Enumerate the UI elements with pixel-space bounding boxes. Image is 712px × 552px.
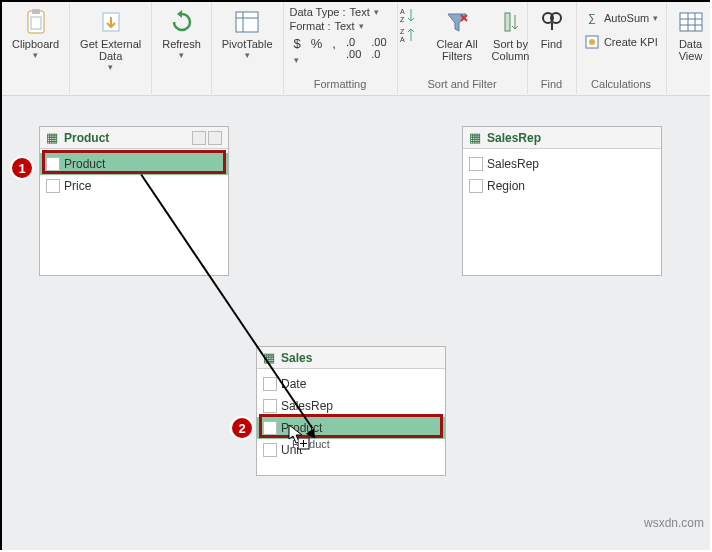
data-type-label: Data Type : (290, 6, 346, 18)
svg-rect-19 (680, 13, 702, 31)
clear-filters-label: Clear All Filters (437, 38, 478, 62)
column-icon (469, 157, 483, 171)
data-type-value: Text (350, 6, 370, 18)
table-header[interactable]: ▦ SalesRep (463, 127, 661, 149)
table-body: Product Price (40, 149, 228, 201)
pivottable-icon (233, 8, 261, 36)
table-title: Sales (281, 351, 439, 365)
decrease-decimal-button[interactable]: .00.0 (371, 36, 386, 66)
step-badge-1: 1 (10, 156, 34, 180)
kpi-icon (584, 34, 600, 50)
refresh-icon (168, 8, 196, 36)
dropdown-icon: ▾ (33, 50, 38, 60)
step-badge-2: 2 (230, 416, 254, 440)
field-unit[interactable]: Unit (257, 439, 445, 461)
watermark: wsxdn.com (644, 516, 704, 530)
refresh-button[interactable]: Refresh ▾ (158, 4, 205, 60)
pivottable-button[interactable]: PivotTable ▾ (218, 4, 277, 60)
formatting-group-label: Formatting (314, 76, 367, 94)
field-date[interactable]: Date (257, 373, 445, 395)
sort-filter-group-label: Sort and Filter (428, 76, 497, 94)
svg-point-18 (589, 39, 595, 45)
create-kpi-button[interactable]: Create KPI (582, 32, 660, 52)
filter-clear-icon (443, 8, 471, 36)
column-icon (46, 157, 60, 171)
data-view-icon (677, 8, 705, 36)
ribbon: Clipboard ▾ Get External Data ▾ Refresh (2, 2, 710, 96)
clipboard-icon (22, 8, 50, 36)
sort-by-column-label: Sort by Column (492, 38, 530, 62)
column-icon (263, 399, 277, 413)
calculations-group-label: Calculations (591, 76, 651, 94)
increase-decimal-button[interactable]: .0.00 (346, 36, 361, 66)
clipboard-label: Clipboard (12, 38, 59, 50)
create-kpi-label: Create KPI (604, 36, 658, 48)
format-row[interactable]: Format : Text ▾ (290, 20, 364, 32)
field-product[interactable]: Product (40, 153, 228, 175)
dropdown-icon: ▾ (245, 50, 250, 60)
table-body: SalesRep Region (463, 149, 661, 201)
external-data-icon (97, 8, 125, 36)
column-icon (263, 443, 277, 457)
svg-text:Z: Z (400, 16, 405, 23)
table-product[interactable]: ▦ Product Product Price (39, 126, 229, 276)
column-icon (263, 421, 277, 435)
comma-format-button[interactable]: , (332, 36, 336, 66)
column-icon (46, 179, 60, 193)
field-price[interactable]: Price (40, 175, 228, 197)
field-salesrep[interactable]: SalesRep (257, 395, 445, 417)
table-sales[interactable]: ▦ Sales Date SalesRep Product Unit (256, 346, 446, 476)
dropdown-icon: ▾ (374, 7, 379, 17)
table-salesrep[interactable]: ▦ SalesRep SalesRep Region (462, 126, 662, 276)
find-label: Find (541, 38, 562, 50)
sort-az-button[interactable]: AZ ZA (391, 4, 427, 46)
sort-column-icon (497, 8, 525, 36)
sort-za-icon: ZA (395, 26, 423, 44)
svg-text:A: A (400, 8, 405, 15)
format-label: Format : (290, 20, 331, 32)
diagram-canvas[interactable]: ▦ Product Product Price ▦ SalesRep Sales… (2, 96, 710, 550)
table-icon: ▦ (46, 130, 58, 145)
table-body: Date SalesRep Product Unit (257, 369, 445, 465)
data-type-row[interactable]: Data Type : Text ▾ (290, 6, 379, 18)
dropdown-icon: ▾ (653, 13, 658, 23)
table-header[interactable]: ▦ Sales (257, 347, 445, 369)
table-icon: ▦ (469, 130, 481, 145)
column-icon (469, 179, 483, 193)
refresh-label: Refresh (162, 38, 201, 50)
find-button[interactable]: Find (534, 4, 570, 50)
data-view-button[interactable]: Data View (673, 4, 709, 62)
autosum-button[interactable]: ∑ AutoSum ▾ (582, 8, 660, 28)
find-group-label: Find (541, 76, 562, 94)
field-product[interactable]: Product (257, 417, 445, 439)
svg-text:A: A (400, 36, 405, 43)
autosum-label: AutoSum (604, 12, 649, 24)
table-header[interactable]: ▦ Product (40, 127, 228, 149)
currency-format-button[interactable]: $ ▾ (294, 36, 301, 66)
svg-rect-2 (31, 17, 41, 29)
autosum-icon: ∑ (584, 10, 600, 26)
field-region[interactable]: Region (463, 175, 661, 197)
sort-az-icon: AZ (395, 6, 423, 24)
find-icon (538, 8, 566, 36)
column-icon (263, 377, 277, 391)
svg-rect-1 (32, 9, 40, 14)
svg-rect-4 (236, 12, 258, 32)
dropdown-icon: ▾ (179, 50, 184, 60)
get-external-data-label: Get External Data (80, 38, 141, 62)
clear-filters-button[interactable]: Clear All Filters (433, 4, 482, 62)
table-title: Product (64, 131, 186, 145)
clipboard-button[interactable]: Clipboard ▾ (8, 4, 63, 60)
data-view-label: Data View (679, 38, 703, 62)
dropdown-icon: ▾ (359, 21, 364, 31)
table-title: SalesRep (487, 131, 655, 145)
svg-text:Z: Z (400, 28, 405, 35)
svg-rect-13 (505, 13, 510, 31)
get-external-data-button[interactable]: Get External Data ▾ (76, 4, 145, 72)
format-value: Text (334, 20, 354, 32)
percent-format-button[interactable]: % (311, 36, 323, 66)
pivottable-label: PivotTable (222, 38, 273, 50)
dropdown-icon: ▾ (108, 62, 113, 72)
table-view-icons[interactable] (192, 131, 222, 145)
field-salesrep[interactable]: SalesRep (463, 153, 661, 175)
